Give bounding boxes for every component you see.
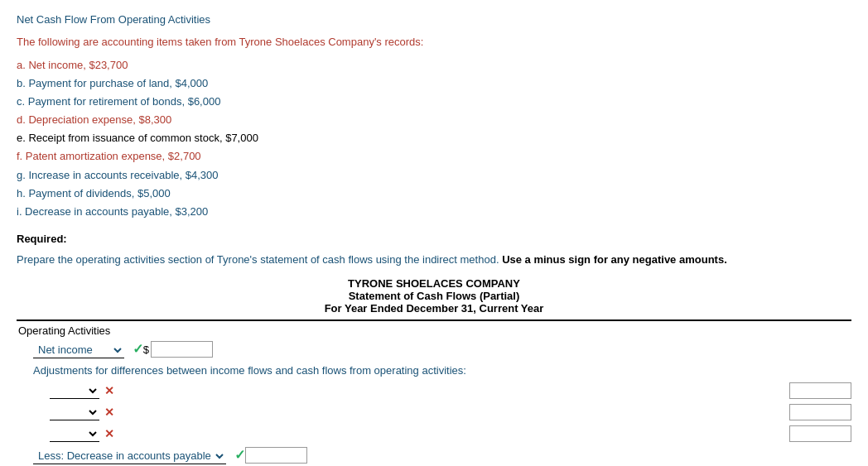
intro-text: The following are accounting items taken… [17, 36, 851, 48]
statement-title: Statement of Cash Flows (Partial) [17, 290, 851, 302]
adj-row-3: ✕ [50, 423, 851, 444]
adj-row-1: ✕ [50, 380, 851, 401]
net-income-input[interactable] [151, 341, 213, 358]
page-title: Net Cash Flow From Operating Activities [17, 13, 851, 26]
company-name: TYRONE SHOELACES COMPANY [17, 277, 851, 290]
table-container: Operating Activities Net income ✓ $ Adju… [17, 319, 851, 466]
net-income-check-icon: ✓ [133, 342, 143, 356]
adj-dropdown-1[interactable] [50, 382, 99, 399]
company-header: TYRONE SHOELACES COMPANY Statement of Ca… [17, 277, 851, 315]
adj-input-3[interactable] [789, 425, 851, 442]
list-item: c. Payment for retirement of bonds, $6,0… [17, 93, 851, 111]
net-income-row: Net income ✓ $ [33, 339, 851, 361]
adj-row-2: ✕ [50, 401, 851, 423]
list-item: i. Decrease in accounts payable, $3,200 [17, 203, 851, 221]
list-item: g. Increase in accounts receivable, $4,3… [17, 166, 851, 185]
list-item: e. Receipt from issuance of common stock… [17, 129, 851, 147]
adjustments-label: Adjustments for differences between inco… [33, 361, 851, 380]
list-item: h. Payment of dividends, $5,000 [17, 185, 851, 203]
x-icon-3: ✕ [104, 427, 114, 440]
list-item: f. Patent amortization expense, $2,700 [17, 147, 851, 166]
period: For Year Ended December 31, Current Year [17, 302, 851, 315]
instruction-bold: Use a minus sign for any negative amount… [502, 253, 727, 266]
net-income-dropdown[interactable]: Net income [33, 342, 124, 358]
adj-input-2[interactable] [789, 404, 851, 420]
less-input[interactable] [245, 447, 307, 464]
list-item: b. Payment for purchase of land, $4,000 [17, 74, 851, 93]
items-list: a. Net income, $23,700 b. Payment for pu… [17, 56, 851, 221]
less-row: Less: Decrease in accounts payable ✓ [33, 444, 851, 466]
less-dropdown[interactable]: Less: Decrease in accounts payable [33, 448, 226, 464]
x-icon-2: ✕ [104, 406, 114, 419]
less-check-icon: ✓ [234, 448, 245, 462]
dollar-sign-1: $ [143, 343, 149, 356]
instruction-main: Prepare the operating activities section… [17, 253, 499, 266]
x-icon-1: ✕ [104, 384, 114, 397]
list-item: a. Net income, $23,700 [17, 56, 851, 74]
adj-dropdown-2[interactable] [50, 404, 99, 420]
adj-input-1[interactable] [789, 382, 851, 399]
required-label: Required: [17, 233, 851, 245]
section-label: Operating Activities [17, 321, 851, 339]
list-item: d. Depreciation expense, $8,300 [17, 111, 851, 129]
adj-dropdown-3[interactable] [50, 425, 99, 442]
instruction-text: Prepare the operating activities section… [17, 253, 851, 266]
